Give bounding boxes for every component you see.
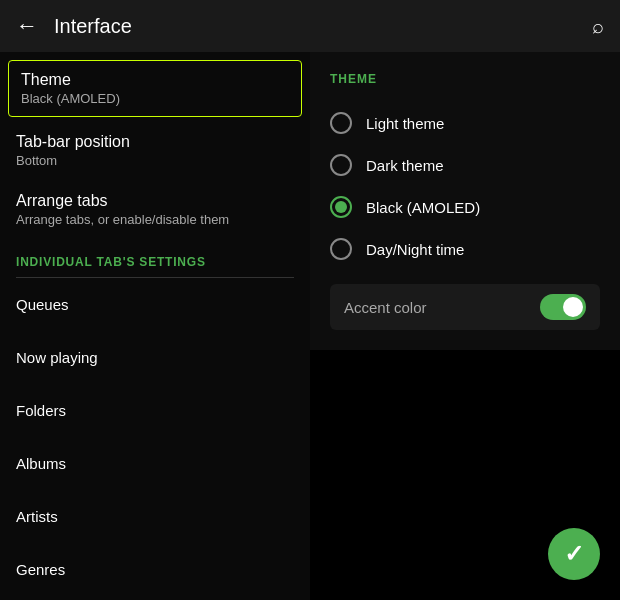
sidebar-item-tabbar[interactable]: Tab-bar position Bottom	[0, 121, 310, 180]
theme-item-subtitle: Black (AMOLED)	[21, 91, 289, 106]
radio-circle-light	[330, 112, 352, 134]
theme-item-title: Theme	[21, 71, 289, 89]
radio-circle-amoled	[330, 196, 352, 218]
tabbar-subtitle: Bottom	[16, 153, 294, 168]
left-panel: Theme Black (AMOLED) Tab-bar position Bo…	[0, 52, 310, 600]
toggle-knob	[563, 297, 583, 317]
right-panel: THEME Light theme Dark theme Black (AMOL…	[310, 52, 620, 350]
arrange-tabs-subtitle: Arrange tabs, or enable/disable them	[16, 212, 294, 227]
main-layout: Theme Black (AMOLED) Tab-bar position Bo…	[0, 52, 620, 600]
sidebar-item-queues[interactable]: Queues	[0, 278, 310, 331]
sidebar-item-folders[interactable]: Folders	[0, 384, 310, 437]
app-header: ← Interface ⌕	[0, 0, 620, 52]
arrange-tabs-title: Arrange tabs	[16, 192, 294, 210]
radio-dark-theme[interactable]: Dark theme	[330, 144, 600, 186]
accent-color-label: Accent color	[344, 299, 427, 316]
radio-circle-daynight	[330, 238, 352, 260]
radio-label-daynight: Day/Night time	[366, 241, 464, 258]
accent-color-row[interactable]: Accent color	[330, 284, 600, 330]
sidebar-item-artists[interactable]: Artists	[0, 490, 310, 543]
radio-light-theme[interactable]: Light theme	[330, 102, 600, 144]
radio-label-amoled: Black (AMOLED)	[366, 199, 480, 216]
sidebar-item-theme[interactable]: Theme Black (AMOLED)	[8, 60, 302, 117]
radio-circle-dark	[330, 154, 352, 176]
page-title: Interface	[54, 15, 592, 38]
radio-day-night[interactable]: Day/Night time	[330, 228, 600, 270]
right-container: THEME Light theme Dark theme Black (AMOL…	[310, 52, 620, 600]
theme-section-title: THEME	[330, 72, 600, 86]
tabbar-title: Tab-bar position	[16, 133, 294, 151]
sidebar-item-arrange-tabs[interactable]: Arrange tabs Arrange tabs, or enable/dis…	[0, 180, 310, 239]
sidebar-item-albums[interactable]: Albums	[0, 437, 310, 490]
radio-label-dark: Dark theme	[366, 157, 444, 174]
radio-black-amoled[interactable]: Black (AMOLED)	[330, 186, 600, 228]
sidebar-item-genres[interactable]: Genres	[0, 543, 310, 596]
back-button[interactable]: ←	[16, 13, 38, 39]
accent-color-toggle[interactable]	[540, 294, 586, 320]
checkmark-icon: ✓	[564, 540, 584, 568]
radio-label-light: Light theme	[366, 115, 444, 132]
sidebar-item-now-playing[interactable]: Now playing	[0, 331, 310, 384]
individual-tabs-section-header: INDIVIDUAL TAB'S SETTINGS	[0, 239, 310, 277]
search-button[interactable]: ⌕	[592, 15, 604, 38]
fab-confirm-button[interactable]: ✓	[548, 528, 600, 580]
